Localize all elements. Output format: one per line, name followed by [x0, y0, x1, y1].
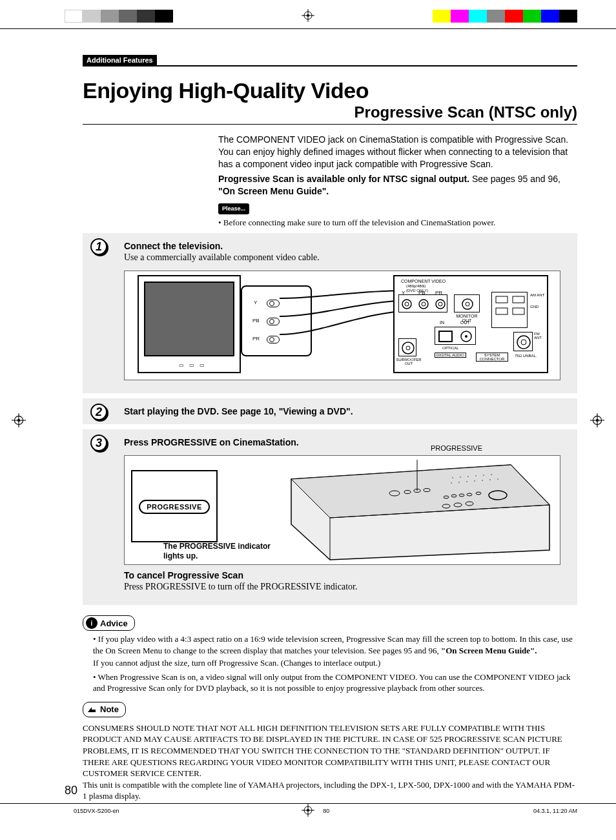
- doc-id: 015DVX-S200-en: [74, 808, 119, 814]
- svg-point-56: [466, 481, 467, 482]
- footer: 015DVX-S200-en 80 04.3.1, 11:20 AM: [74, 808, 577, 814]
- svg-point-19: [466, 302, 469, 306]
- svg-point-59: [489, 479, 491, 480]
- swatch: [119, 10, 137, 23]
- svg-point-24: [517, 336, 530, 349]
- step-2-head: Start playing the DVD. See page 10, "Vie…: [124, 406, 564, 416]
- jack-label-pr: PR: [252, 336, 260, 342]
- svg-rect-23: [513, 308, 524, 314]
- advice-label: Advice: [100, 619, 128, 628]
- indicator-text: The PROGRESSIVE indicator lights up.: [163, 542, 273, 560]
- swatch: [541, 10, 559, 23]
- advice-list: If you play video with a 4:3 aspect rati…: [93, 633, 577, 694]
- step-1-block: 1 Connect the television. Use a commerci…: [83, 233, 577, 393]
- device-diagram: PROGRESSIVE PROGRESSIVE: [124, 455, 560, 565]
- svg-point-57: [474, 480, 475, 482]
- svg-point-13: [405, 302, 409, 306]
- svg-point-18: [462, 299, 473, 309]
- svg-point-7: [17, 418, 20, 421]
- note-pill: Note: [83, 702, 126, 717]
- swatch: [487, 10, 505, 23]
- svg-rect-20: [496, 296, 508, 303]
- svg-point-51: [475, 475, 477, 476]
- swatch: [559, 10, 577, 23]
- cinemastation-device-icon: [285, 460, 556, 562]
- svg-point-52: [483, 475, 484, 476]
- intro-paragraph: The COMPONENT VIDEO jack on CinemaStatio…: [218, 134, 577, 170]
- swatch: [469, 10, 487, 23]
- cancel-body: Press PROGRESSIVE to turn off the PROGRE…: [124, 582, 564, 592]
- page-title: Enjoying High-Quality Video: [83, 78, 577, 103]
- svg-point-54: [451, 482, 452, 484]
- svg-point-15: [422, 302, 426, 306]
- note-rest: This unit is compatible with the complet…: [83, 780, 575, 801]
- svg-point-12: [402, 300, 411, 309]
- arrow-icon: [86, 704, 98, 715]
- section-label: Additional Features: [83, 55, 157, 65]
- svg-point-58: [482, 480, 483, 481]
- svg-point-16: [436, 300, 445, 309]
- rear-panel: COMPONENT VIDEO (480p/480i) (DVD ONLY) Y…: [393, 275, 548, 373]
- panel-label: (480p/480i): [406, 284, 426, 288]
- panel-label: COMPONENT VIDEO: [401, 279, 446, 283]
- svg-point-25: [521, 340, 526, 345]
- page-subtitle: Progressive Scan (NTSC only): [83, 103, 577, 121]
- svg-point-60: [497, 478, 498, 480]
- svg-point-50: [467, 476, 469, 477]
- footer-datetime: 04.3.1, 11:20 AM: [533, 808, 577, 814]
- svg-point-65: [307, 809, 309, 812]
- connection-diagram: ▭ ▭ ▭ Y PB PR: [124, 271, 560, 380]
- intro-paragraph-2: Progressive Scan is available only for N…: [218, 173, 577, 198]
- advice-item: When Progressive Scan is on, a video sig…: [93, 671, 577, 694]
- note-label: Note: [100, 704, 119, 714]
- svg-point-53: [491, 474, 492, 475]
- step-3-block: 3 Press PROGRESSIVE on CinemaStation. PR…: [83, 429, 577, 605]
- intro-rest: See pages 95 and 96,: [469, 174, 560, 184]
- footer-page: 80: [323, 808, 329, 814]
- svg-point-28: [465, 335, 467, 338]
- note-body: CONSUMERS SHOULD NOTE THAT NOT ALL HIGH …: [83, 722, 577, 802]
- intro-bold: Progressive Scan is available only for N…: [218, 174, 469, 184]
- progressive-pill: PROGRESSIVE: [139, 500, 210, 514]
- advice-item: If you play video with a 4:3 aspect rati…: [93, 633, 577, 669]
- swatch: [433, 10, 451, 23]
- svg-point-29: [402, 342, 414, 354]
- page-content: Additional Features Enjoying High-Qualit…: [83, 54, 577, 782]
- page-number: 80: [65, 784, 77, 797]
- cancel-head: To cancel Progressive Scan: [124, 570, 564, 580]
- swatch: [137, 10, 155, 23]
- swatch: [155, 10, 173, 23]
- svg-point-30: [406, 346, 410, 350]
- svg-rect-22: [496, 308, 508, 314]
- intro-block: The COMPONENT VIDEO jack on CinemaStatio…: [218, 134, 577, 228]
- svg-point-14: [419, 300, 428, 309]
- svg-point-11: [596, 418, 599, 421]
- info-icon: i: [86, 617, 98, 629]
- step-2-block: 2 Start playing the DVD. See page 10, "V…: [83, 398, 577, 424]
- svg-point-49: [460, 476, 461, 478]
- note-caps: CONSUMERS SHOULD NOTE THAT NOT ALL HIGH …: [83, 723, 562, 778]
- swatch: [505, 10, 523, 23]
- jack-label-y: Y: [254, 300, 257, 305]
- advice-pill: i Advice: [83, 615, 135, 631]
- swatch: [83, 10, 101, 23]
- please-item-text: Before connecting make sure to turn off …: [223, 218, 495, 227]
- please-label: Please...: [218, 203, 249, 214]
- swatch: [523, 10, 541, 23]
- registration-mark-icon: [12, 413, 26, 427]
- svg-point-3: [307, 14, 309, 17]
- svg-point-55: [458, 482, 460, 483]
- step-number: 3: [90, 435, 107, 451]
- step-1-body: Use a commercially available component v…: [124, 252, 564, 263]
- registration-mark-icon: [302, 9, 314, 22]
- step-number: 2: [90, 404, 107, 420]
- registration-mark-icon: [302, 804, 314, 817]
- trim-line: [0, 28, 616, 29]
- intro-bold-2: "On Screen Menu Guide".: [218, 186, 329, 196]
- swatch: [101, 10, 119, 23]
- svg-rect-26: [439, 331, 452, 342]
- svg-point-17: [438, 302, 442, 306]
- step-1-head: Connect the television.: [124, 241, 564, 251]
- svg-rect-21: [513, 296, 524, 303]
- swatch: [451, 10, 469, 23]
